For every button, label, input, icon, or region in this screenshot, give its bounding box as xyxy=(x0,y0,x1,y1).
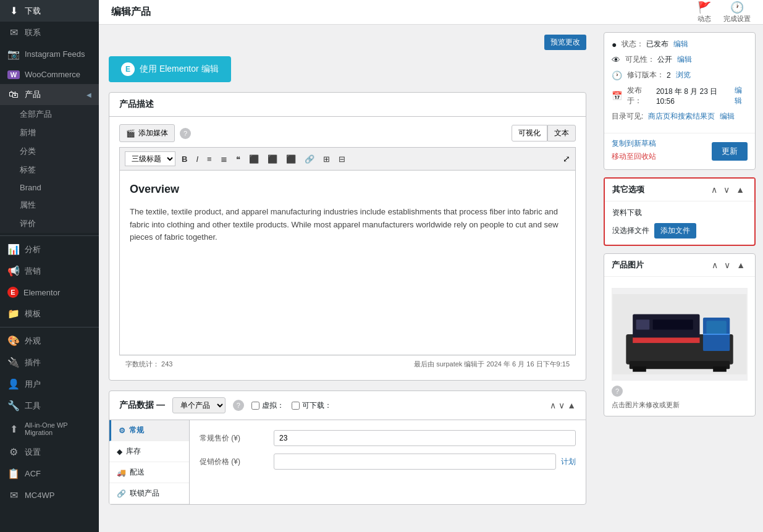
sidebar-item-tags[interactable]: 标签 xyxy=(7,161,99,179)
align-right-button[interactable]: ⬛ xyxy=(284,153,298,165)
sidebar-item-contacts[interactable]: ✉ 联系 xyxy=(0,22,99,43)
align-center-button[interactable]: ⬛ xyxy=(265,153,280,165)
preview-area: 预览更改 xyxy=(109,35,586,50)
sidebar-item-analytics[interactable]: 📊 分析 xyxy=(0,239,99,260)
tab-general[interactable]: ⚙ 常规 xyxy=(109,420,189,441)
sidebar-item-woocommerce[interactable]: W WooCommerce xyxy=(0,65,99,84)
product-image-expand-btn[interactable]: ▲ xyxy=(734,259,748,271)
product-data-up-arrow[interactable]: ∧ xyxy=(550,400,556,410)
sidebar-item-acf[interactable]: 📋 ACF xyxy=(0,463,99,484)
grid-button[interactable]: ⊟ xyxy=(336,153,348,165)
sidebar-item-templates[interactable]: 📁 模板 xyxy=(0,303,99,324)
catalog-label: 目录可见: xyxy=(612,111,643,122)
machine-svg xyxy=(612,294,747,374)
sidebar-item-elementor[interactable]: E Elementor xyxy=(0,282,99,303)
unordered-list-button[interactable]: ≡ xyxy=(204,153,214,165)
sidebar-item-classify[interactable]: 分类 xyxy=(7,142,99,161)
publish-footer-links: 复制到新草稿 移动至回收站 xyxy=(612,138,656,164)
product-type-select[interactable]: 单个产品 xyxy=(172,397,226,413)
sidebar-item-all-products[interactable]: 全部产品 xyxy=(7,105,99,124)
text-tab[interactable]: 文本 xyxy=(547,125,576,141)
revision-label: 修订版本： xyxy=(627,70,664,80)
align-left-button[interactable]: ⬛ xyxy=(247,153,261,165)
product-data-help-icon[interactable]: ? xyxy=(233,400,244,411)
sidebar-item-products[interactable]: 🛍 产品 ◀ xyxy=(0,84,99,105)
calendar-icon: 📅 xyxy=(612,91,622,101)
sidebar-item-marketing[interactable]: 📢 营销 xyxy=(0,260,99,282)
sidebar-item-downloads[interactable]: ⬇ 下载 xyxy=(0,0,99,22)
tab-inventory[interactable]: ◆ 库存 xyxy=(109,441,189,462)
visibility-edit-link[interactable]: 编辑 xyxy=(677,54,692,65)
sidebar-item-instagram[interactable]: 📷 Instagram Feeds xyxy=(0,43,99,65)
other-options-expand-btn[interactable]: ▲ xyxy=(733,184,747,196)
elementor-sidebar-icon: E xyxy=(7,287,19,298)
other-options-up-btn[interactable]: ∧ xyxy=(709,184,720,196)
complete-setup-button[interactable]: 🕐 完成设置 xyxy=(723,1,751,23)
copy-draft-link[interactable]: 复制到新草稿 xyxy=(612,138,656,149)
sidebar-item-brand[interactable]: Brand xyxy=(7,179,99,196)
last-edited: 最后由 surpatek 编辑于 2024 年 6 月 16 日下午9:15 xyxy=(414,360,570,369)
table-button[interactable]: ⊞ xyxy=(321,153,332,165)
elementor-edit-button[interactable]: E 使用 Elementor 编辑 xyxy=(109,56,231,82)
sidebar-item-allinone[interactable]: ⬆ All-in-One WP Migration xyxy=(0,416,99,441)
product-data-down-arrow[interactable]: ∨ xyxy=(559,400,565,410)
product-image-down-btn[interactable]: ∨ xyxy=(722,259,733,271)
link-button[interactable]: 🔗 xyxy=(302,153,317,165)
published-edit-link[interactable]: 编辑 xyxy=(735,85,748,106)
product-data-fields: 常规售价 (¥) 促销价格 (¥) 计划 xyxy=(190,420,586,504)
add-file-button[interactable]: 添加文件 xyxy=(654,223,696,239)
sidebar: ⬇ 下载 ✉ 联系 📷 Instagram Feeds W WooCommerc… xyxy=(0,0,99,532)
content-area: 预览更改 E 使用 Elementor 编辑 产品描述 🎬 xyxy=(99,25,763,532)
ordered-list-button[interactable]: ≣ xyxy=(218,153,230,165)
sidebar-item-tools[interactable]: 🔧 工具 xyxy=(0,395,99,416)
download-section-title: 资料下载 xyxy=(612,208,747,218)
downloadable-checkbox-group: 可下载： xyxy=(292,400,332,411)
italic-button[interactable]: I xyxy=(193,153,201,165)
editor-toolbar-top: 🎬 添加媒体 ? 可视化 文本 xyxy=(119,124,576,142)
product-data-expand-arrow[interactable]: ▲ xyxy=(567,400,576,410)
catalog-edit-link[interactable]: 编辑 xyxy=(720,111,735,122)
acf-icon: 📋 xyxy=(7,468,20,479)
image-help-row: ? xyxy=(612,386,748,397)
downloadable-checkbox[interactable] xyxy=(292,402,300,410)
virtual-checkbox[interactable] xyxy=(251,402,259,410)
svg-rect-6 xyxy=(636,319,650,329)
blockquote-button[interactable]: ❝ xyxy=(234,153,243,165)
tab-linked-products[interactable]: 🔗 联锁产品 xyxy=(109,483,189,504)
schedule-link[interactable]: 计划 xyxy=(561,457,576,467)
bold-button[interactable]: B xyxy=(179,153,190,165)
sidebar-item-mc4wp[interactable]: ✉ MC4WP xyxy=(0,484,99,506)
catalog-value-link[interactable]: 商店页和搜索结果页 xyxy=(648,111,715,122)
product-image[interactable] xyxy=(612,288,748,381)
status-label: 状态： xyxy=(622,39,644,49)
help-icon[interactable]: ? xyxy=(180,128,191,139)
status-edit-link[interactable]: 编辑 xyxy=(673,39,688,49)
sale-price-input[interactable] xyxy=(274,454,556,470)
add-media-button[interactable]: 🎬 添加媒体 xyxy=(119,124,175,142)
sidebar-item-new[interactable]: 新增 xyxy=(7,124,99,142)
sidebar-divider-1 xyxy=(0,235,99,236)
sidebar-item-review[interactable]: 评价 xyxy=(7,214,99,233)
svg-rect-5 xyxy=(706,321,727,334)
sidebar-item-appearance[interactable]: 🎨 外观 xyxy=(0,330,99,352)
tab-shipping[interactable]: 🚚 配送 xyxy=(109,462,189,483)
regular-price-input[interactable] xyxy=(274,430,576,446)
editor-content[interactable]: Overview The textile, textile product, a… xyxy=(119,170,576,355)
visual-tab[interactable]: 可视化 xyxy=(512,125,547,141)
other-options-down-btn[interactable]: ∨ xyxy=(721,184,732,196)
sidebar-item-plugins[interactable]: 🔌 插件 xyxy=(0,352,99,373)
products-submenu: 全部产品 新增 分类 标签 Brand 属性 评价 xyxy=(0,105,99,233)
product-image-help-icon[interactable]: ? xyxy=(612,386,623,397)
activity-button[interactable]: 🚩 动态 xyxy=(698,1,711,23)
update-button[interactable]: 更新 xyxy=(712,142,748,161)
sidebar-item-settings[interactable]: ⚙ 设置 xyxy=(0,441,99,463)
move-trash-link[interactable]: 移动至回收站 xyxy=(612,151,656,162)
revision-browse-link[interactable]: 浏览 xyxy=(676,70,691,80)
preview-changes-button[interactable]: 预览更改 xyxy=(544,35,586,50)
expand-button[interactable]: ⤢ xyxy=(563,154,570,164)
revision-icon: 🕐 xyxy=(612,70,622,80)
sidebar-item-users[interactable]: 👤 用户 xyxy=(0,373,99,395)
format-select[interactable]: 三级标题 xyxy=(125,151,175,166)
product-image-up-btn[interactable]: ∧ xyxy=(709,259,720,271)
sidebar-item-attribute[interactable]: 属性 xyxy=(7,196,99,214)
